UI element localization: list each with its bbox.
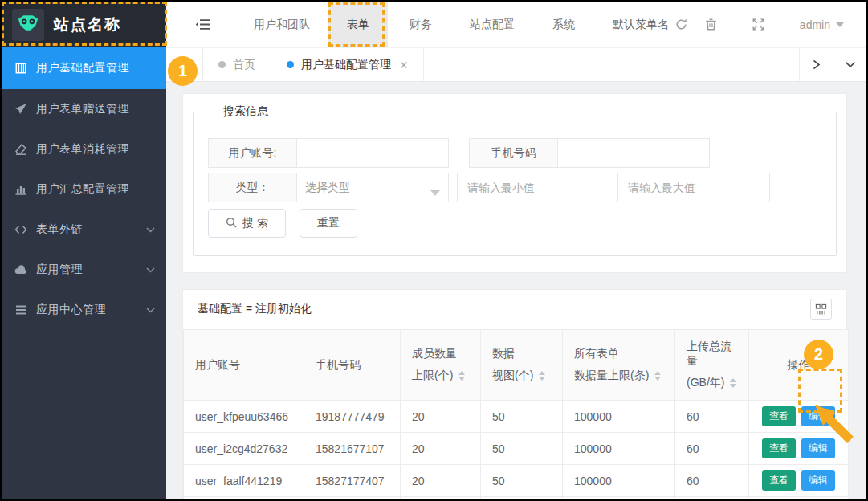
phone-input[interactable] [558,139,709,167]
close-icon[interactable] [400,61,408,69]
col-header-member-limit[interactable]: 成员数量上限(个) [401,330,481,401]
max-value-input[interactable] [617,173,770,202]
cell-data-views: 50 [481,497,563,500]
nav-item-system[interactable]: 系统 [552,18,575,32]
eraser-icon [14,143,27,156]
table-header-row: 用户账号 手机号码 成员数量上限(个) 数据视图(个) 所有表单数据量上限(条)… [184,330,849,401]
cell-member-limit: 20 [401,401,481,433]
sidebar-item-form-consume[interactable]: 用户表单消耗管理 [2,129,166,169]
fullscreen-icon[interactable] [752,18,764,31]
phone-label: 手机号码 [470,139,558,167]
cell-phone: 15821677107 [304,433,401,465]
col-header-account: 用户账号 [184,330,304,401]
search-button-label: 搜 索 [242,216,268,230]
cell-account: user_faalf441219 [184,465,304,497]
sort-icon[interactable] [539,371,545,381]
edit-button[interactable]: 编辑 [801,406,835,426]
cell-phone: 19187777479 [304,401,401,433]
view-button[interactable]: 查看 [762,470,796,491]
cell-upload-traffic: 60 [675,401,749,433]
nav-item-default-menu[interactable]: 默认菜单名 [613,18,669,32]
cell-data-views: 50 [481,401,563,433]
book-icon [14,62,27,75]
site-name: 站点名称 [54,14,121,35]
user-menu[interactable]: admin [800,18,844,31]
refresh-icon[interactable] [675,18,687,31]
sidebar-item-label: 用户表单消耗管理 [36,142,129,157]
view-button[interactable]: 查看 [762,438,796,458]
reset-button-label: 重置 [317,216,340,230]
tab-dot-icon [218,61,226,68]
cell-upload-traffic: 60 [675,433,749,465]
sidebar-item-form-gift[interactable]: 用户表单赠送管理 [2,89,166,129]
edit-button[interactable]: 编辑 [801,438,835,458]
collapse-menu-icon[interactable] [195,18,210,31]
nav-item-forms[interactable]: 表单 [328,2,388,47]
column-settings-button[interactable] [810,299,832,320]
cell-account: user_kfpeuu63466 [184,401,304,433]
chart-icon [14,183,27,196]
col-header-form-data-limit[interactable]: 所有表单数据量上限(条) [563,330,675,401]
cell-data-views: 50 [481,433,563,465]
owl-icon [17,14,39,35]
cell-member-limit: 20 [401,433,481,465]
table-row: user_xaymrw436... 19124655489 20 50 1000… [184,497,849,500]
search-fieldset: 搜索信息 用户账号: 手机号码 类 [193,104,837,256]
sidebar-item-user-base-config[interactable]: 用户基础配置管理 [2,47,166,89]
sidebar-item-form-external-link[interactable]: 表单外链 [2,210,166,250]
col-header-data-views[interactable]: 数据视图(个) [481,330,563,401]
col-header-actions: 操作 [749,330,849,401]
chevron-down-icon [146,227,155,233]
tab-home[interactable]: 首页 [203,48,271,81]
view-button[interactable]: 查看 [762,406,796,426]
logo [12,9,44,41]
type-select-value: 选择类型 [305,181,350,195]
sidebar-item-label: 用户表单赠送管理 [36,102,129,116]
caret-down-icon [836,22,844,27]
cell-form-data-limit: 100000 [563,401,675,433]
top-nav: 用户和团队 表单 财务 站点配置 系统 默认菜单名 admin [166,2,866,47]
search-button[interactable]: 搜 索 [208,209,286,238]
trash-icon[interactable] [705,18,717,31]
sidebar-menu: 用户基础配置管理 用户表单赠送管理 用户表单消耗管理 用户汇总配置管理 [2,47,166,499]
min-value-input[interactable] [457,173,609,202]
cloud-icon [14,263,27,276]
table-row: user_faalf441219 15827177407 20 50 10000… [184,465,849,497]
sidebar-item-app-center[interactable]: 应用中心管理 [2,290,166,330]
nav-item-finance[interactable]: 财务 [410,18,432,32]
col-header-upload-traffic[interactable]: 上传总流量(GB/年) [675,330,749,401]
username: admin [800,18,830,31]
search-panel: 搜索信息 用户账号: 手机号码 类 [182,93,847,273]
cell-form-data-limit: 100000 [563,497,675,500]
sort-icon[interactable] [458,371,465,381]
tabs-dropdown-icon[interactable] [833,48,866,81]
cell-form-data-limit: 100000 [563,433,675,465]
reset-button[interactable]: 重置 [300,209,357,238]
table-row: user_kfpeuu63466 19187777479 20 50 10000… [184,401,849,433]
nav-item-site-config[interactable]: 站点配置 [470,18,515,32]
tab-label: 用户基础配置管理 [301,58,391,72]
tab-user-base-config[interactable]: 用户基础配置管理 [271,48,424,81]
sidebar-item-label: 表单外链 [36,222,83,237]
caret-down-icon [430,190,440,196]
sidebar-item-label: 用户汇总配置管理 [36,182,129,197]
nav-item-users-teams[interactable]: 用户和团队 [254,18,310,32]
sidebar-item-user-summary[interactable]: 用户汇总配置管理 [2,169,166,210]
main-area: 用户和团队 表单 财务 站点配置 系统 默认菜单名 admin [166,2,866,499]
edit-button[interactable]: 编辑 [801,470,835,491]
account-input[interactable] [297,139,448,167]
tab-dot-icon [287,61,294,68]
list-icon [14,303,27,316]
cell-account: user_i2cg4d27632 [184,433,304,465]
cell-member-limit: 20 [401,465,481,497]
phone-field-group: 手机号码 [469,138,710,168]
send-icon [14,103,27,116]
sort-icon[interactable] [730,378,736,388]
chevron-down-icon [146,267,155,273]
sidebar-item-app-management[interactable]: 应用管理 [2,250,166,290]
type-select[interactable]: 选择类型 [297,173,448,202]
sort-icon[interactable] [654,371,661,381]
tabs-next-icon[interactable] [799,48,833,81]
sidebar: 站点名称 用户基础配置管理 用户表单赠送管理 用户表单消耗管理 [2,2,166,499]
account-field-group: 用户账号: [208,138,449,168]
